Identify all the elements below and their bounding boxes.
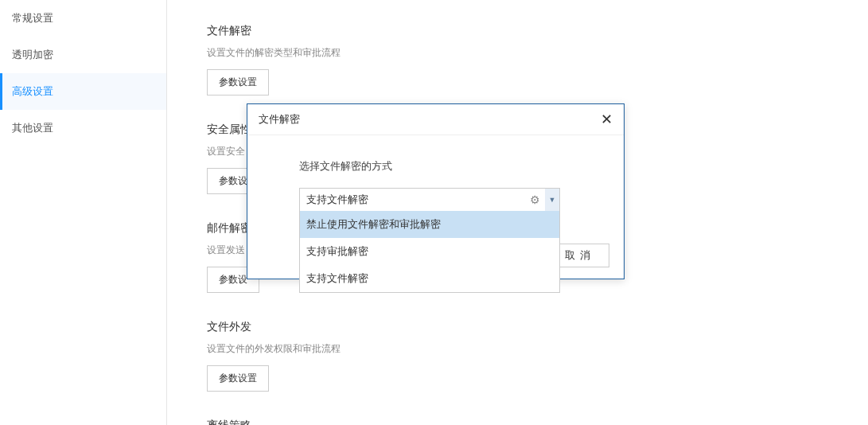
select-controls: ⚙ ▼ bbox=[525, 189, 559, 211]
modal-label: 选择文件解密的方式 bbox=[299, 159, 572, 174]
sidebar-item-other[interactable]: 其他设置 bbox=[0, 110, 166, 146]
sidebar-item-encryption[interactable]: 透明加密 bbox=[0, 37, 166, 73]
section-file-outgoing: 文件外发 设置文件的外发权限和审批流程 参数设置 bbox=[207, 320, 828, 392]
param-button[interactable]: 参数设置 bbox=[207, 365, 269, 392]
sidebar-item-label: 常规设置 bbox=[12, 12, 53, 24]
section-title: 文件外发 bbox=[207, 320, 828, 334]
sidebar: 常规设置 透明加密 高级设置 其他设置 bbox=[0, 0, 167, 425]
section-offline-policy: 离线策略 bbox=[207, 419, 828, 425]
modal-file-decrypt: 文件解密 ✕ 选择文件解密的方式 支持文件解密 ⚙ ▼ 禁止使用文件解密和审批解… bbox=[247, 103, 625, 279]
section-title: 文件解密 bbox=[207, 24, 828, 38]
sidebar-item-label: 高级设置 bbox=[12, 85, 53, 97]
sidebar-item-label: 透明加密 bbox=[12, 49, 53, 60]
modal-header: 文件解密 ✕ bbox=[247, 104, 624, 135]
select-wrapper: 支持文件解密 ⚙ ▼ 禁止使用文件解密和审批解密 支持审批解密 支持文件解密 bbox=[299, 188, 560, 212]
dropdown-item-approval[interactable]: 支持审批解密 bbox=[300, 238, 559, 265]
dropdown-item-file[interactable]: 支持文件解密 bbox=[300, 265, 559, 292]
section-desc: 设置文件的外发权限和审批流程 bbox=[207, 342, 828, 356]
modal-body: 选择文件解密的方式 支持文件解密 ⚙ ▼ 禁止使用文件解密和审批解密 支持审批解… bbox=[247, 135, 624, 232]
param-button[interactable]: 参数设置 bbox=[207, 69, 269, 96]
select-box[interactable]: 支持文件解密 ⚙ ▼ bbox=[299, 188, 560, 212]
section-title: 离线策略 bbox=[207, 419, 828, 425]
select-value: 支持文件解密 bbox=[306, 193, 368, 207]
sidebar-item-label: 其他设置 bbox=[12, 122, 53, 134]
section-file-decrypt: 文件解密 设置文件的解密类型和审批流程 参数设置 bbox=[207, 24, 828, 96]
dropdown-list: 禁止使用文件解密和审批解密 支持审批解密 支持文件解密 bbox=[299, 211, 560, 293]
close-icon[interactable]: ✕ bbox=[601, 112, 613, 127]
chevron-down-icon[interactable]: ▼ bbox=[545, 189, 559, 211]
sidebar-item-advanced[interactable]: 高级设置 bbox=[0, 73, 166, 110]
modal-title: 文件解密 bbox=[259, 112, 300, 127]
dropdown-item-forbid[interactable]: 禁止使用文件解密和审批解密 bbox=[300, 211, 559, 238]
gear-icon[interactable]: ⚙ bbox=[525, 193, 545, 206]
sidebar-item-general[interactable]: 常规设置 bbox=[0, 0, 166, 37]
section-desc: 设置文件的解密类型和审批流程 bbox=[207, 46, 828, 60]
